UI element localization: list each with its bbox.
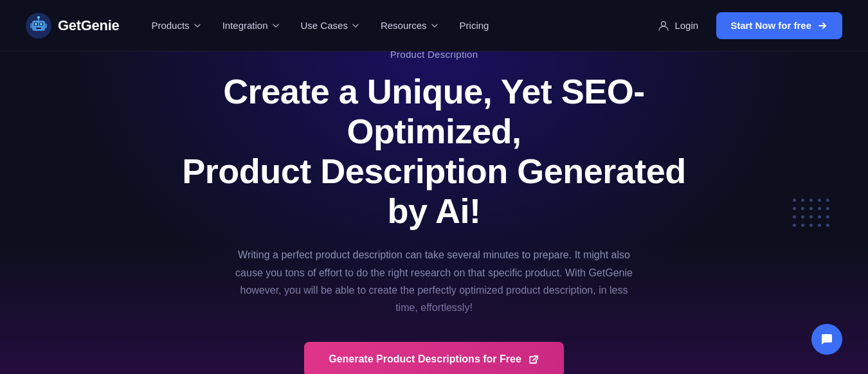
logo-icon bbox=[26, 13, 51, 39]
svg-rect-1 bbox=[32, 21, 45, 31]
svg-point-4 bbox=[35, 22, 37, 25]
chevron-down-icon bbox=[351, 21, 360, 30]
nav-item-use-cases[interactable]: Use Cases bbox=[292, 15, 369, 36]
svg-rect-10 bbox=[45, 23, 47, 28]
svg-rect-6 bbox=[36, 28, 41, 29]
nav-links: Products Integration Use Cases Resources bbox=[142, 15, 498, 36]
logo[interactable]: GetGenie bbox=[26, 13, 119, 39]
nav-item-pricing[interactable]: Pricing bbox=[451, 15, 498, 36]
hero-section: Product Description Create a Unique, Yet… bbox=[0, 51, 868, 374]
svg-point-8 bbox=[37, 16, 40, 19]
hero-title-line2: Product Description Generated by Ai! bbox=[182, 152, 686, 230]
nav-item-resources[interactable]: Resources bbox=[372, 15, 448, 36]
nav-item-integration[interactable]: Integration bbox=[213, 15, 289, 36]
arrow-right-icon bbox=[817, 20, 828, 31]
page-label: Product Description bbox=[390, 51, 478, 60]
nav-item-products[interactable]: Products bbox=[142, 15, 210, 36]
hero-title: Create a Unique, Yet SEO-Optimized, Prod… bbox=[161, 71, 707, 231]
login-button[interactable]: Login bbox=[650, 15, 706, 37]
chevron-down-icon bbox=[271, 21, 280, 30]
chevron-down-icon bbox=[193, 21, 202, 30]
svg-point-11 bbox=[662, 21, 666, 26]
svg-point-5 bbox=[40, 22, 42, 25]
chat-bubble-button[interactable] bbox=[811, 324, 842, 355]
nav-left: GetGenie Products Integration Use Cases bbox=[26, 13, 498, 39]
dots-decoration bbox=[793, 199, 829, 227]
external-link-icon bbox=[528, 353, 539, 365]
navbar: GetGenie Products Integration Use Cases bbox=[0, 0, 868, 51]
generate-cta-button[interactable]: Generate Product Descriptions for Free bbox=[304, 342, 564, 374]
user-icon bbox=[658, 20, 669, 31]
logo-text: GetGenie bbox=[58, 17, 119, 34]
hero-subtitle: Writing a perfect product description ca… bbox=[235, 246, 633, 316]
nav-right: Login Start Now for free bbox=[650, 12, 842, 39]
chat-icon bbox=[820, 332, 834, 346]
hero-title-line1: Create a Unique, Yet SEO-Optimized, bbox=[223, 72, 645, 150]
start-now-button[interactable]: Start Now for free bbox=[716, 12, 842, 39]
svg-rect-9 bbox=[30, 23, 32, 28]
chevron-down-icon bbox=[430, 21, 439, 30]
